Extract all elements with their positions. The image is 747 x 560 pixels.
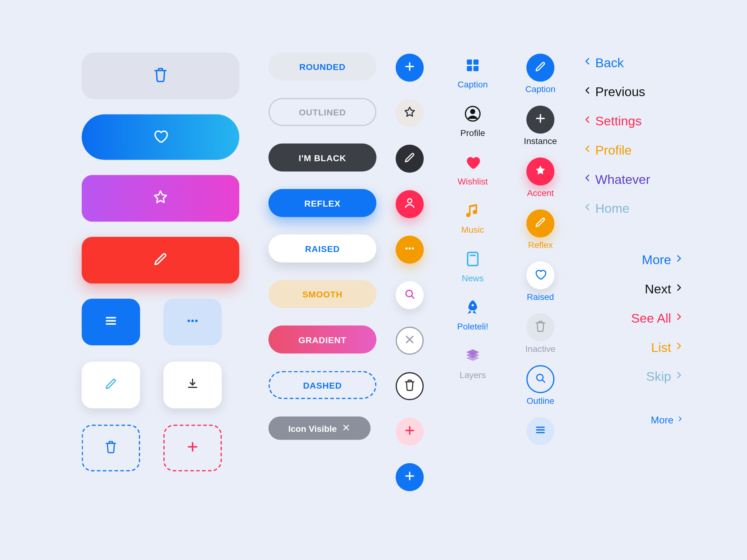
edit-circle-button[interactable] — [395, 145, 423, 173]
rocket-caption-button[interactable]: Poleteli! — [449, 296, 496, 331]
trash-circle-button[interactable] — [395, 372, 423, 400]
download-button[interactable] — [163, 362, 222, 408]
trash-icon — [403, 379, 416, 394]
trash-icon — [152, 66, 169, 85]
star-icon — [403, 105, 416, 121]
gradient-button[interactable]: GRADIENT — [268, 325, 377, 353]
hamburger-icon — [103, 313, 119, 331]
reflex-button[interactable]: REFLEX — [268, 189, 377, 217]
black-button[interactable]: I'M BLACK — [268, 143, 377, 171]
smooth-button[interactable]: SMOOTH — [268, 280, 377, 308]
nav-whatever[interactable]: Whatever — [584, 171, 683, 188]
link-label: Home — [595, 201, 630, 216]
search-circle-button[interactable] — [395, 281, 423, 309]
outline-circle[interactable]: Outline — [511, 365, 570, 405]
add-circle-button-2[interactable] — [395, 463, 423, 491]
raised-circle[interactable]: Raised — [511, 261, 570, 301]
pill-label: REFLEX — [304, 198, 341, 208]
caption-label: Profile — [460, 128, 485, 138]
profile-caption-button[interactable]: Profile — [449, 102, 496, 137]
link-label: Settings — [595, 114, 642, 129]
caption-label: Reflex — [528, 240, 553, 250]
link-label: Previous — [595, 85, 645, 100]
user-circle-button[interactable] — [395, 190, 423, 218]
instance-circle[interactable]: Instance — [511, 105, 570, 145]
link-label: Back — [595, 55, 624, 71]
nav-back[interactable]: Back — [584, 55, 683, 71]
more-circle-button[interactable] — [395, 236, 423, 264]
wishlist-caption-button[interactable]: Wishlist — [449, 151, 496, 186]
link-label: Whatever — [595, 172, 650, 187]
heart-icon — [534, 268, 547, 283]
menu-light-circle[interactable] — [511, 417, 570, 448]
news-caption-button[interactable]: News — [449, 247, 496, 283]
pencil-icon — [534, 60, 547, 75]
nav-more[interactable]: More — [584, 252, 683, 268]
nav-next[interactable]: Next — [584, 281, 683, 298]
edit-caption-circle[interactable]: Caption — [511, 54, 570, 94]
music-caption-button[interactable]: Music — [449, 199, 496, 234]
link-label: Skip — [646, 369, 671, 384]
nav-settings[interactable]: Settings — [584, 113, 683, 130]
chevron-right-icon — [675, 369, 683, 385]
rounded-button[interactable]: ROUNDED — [268, 53, 377, 81]
chip-button[interactable]: Icon Visible — [268, 417, 371, 440]
caption-label: Instance — [524, 136, 557, 146]
plus-icon — [185, 440, 200, 456]
link-label: See All — [631, 311, 671, 326]
nav-profile[interactable]: Profile — [584, 142, 683, 159]
pencil-icon — [104, 377, 118, 393]
more-button[interactable] — [163, 299, 222, 345]
caption-label: Layers — [460, 370, 486, 380]
dots-icon — [185, 313, 200, 331]
caption-label: Raised — [526, 292, 554, 302]
close-circle-button[interactable] — [395, 327, 423, 355]
pencil-icon — [403, 151, 416, 166]
star-button[interactable] — [82, 175, 239, 222]
raised-button[interactable]: RAISED — [268, 235, 377, 263]
user-icon — [403, 196, 416, 212]
search-icon — [534, 371, 547, 387]
nav-more-small[interactable]: More — [584, 414, 683, 426]
outlined-button[interactable]: OUTLINED — [268, 98, 377, 126]
chevron-right-icon — [675, 311, 683, 327]
caption-label: Wishlist — [458, 176, 488, 186]
add-circle-button[interactable] — [395, 54, 423, 82]
dashed-button[interactable]: DASHED — [268, 371, 377, 399]
nav-seeall[interactable]: See All — [584, 311, 683, 327]
edit-card-button[interactable] — [82, 362, 140, 408]
chevron-left-icon — [584, 201, 592, 217]
heart-button[interactable] — [82, 114, 239, 160]
pill-label: OUTLINED — [299, 107, 346, 117]
caption-label: Caption — [525, 84, 556, 94]
trash-icon — [104, 440, 118, 456]
inactive-circle[interactable]: Inactive — [511, 313, 570, 353]
nav-home[interactable]: Home — [584, 201, 683, 217]
chevron-right-icon — [675, 281, 683, 298]
grid-caption-button[interactable]: Caption — [449, 54, 496, 89]
accent-circle[interactable]: Accent — [511, 157, 570, 197]
trash-dashed-button[interactable] — [82, 425, 140, 471]
plus-icon — [403, 60, 416, 75]
link-label: More — [642, 252, 671, 268]
nav-list[interactable]: List — [584, 340, 683, 356]
nav-skip[interactable]: Skip — [584, 369, 683, 385]
caption-label: Caption — [458, 79, 488, 89]
pencil-icon — [534, 216, 547, 231]
layers-caption-button[interactable]: Layers — [449, 344, 496, 379]
chevron-left-icon — [584, 142, 592, 159]
nav-previous[interactable]: Previous — [584, 84, 683, 101]
trash-button[interactable] — [82, 53, 239, 99]
add-dashed-button[interactable] — [163, 425, 222, 471]
chevron-left-icon — [584, 113, 592, 130]
star-icon — [534, 164, 547, 179]
trash-icon — [534, 320, 547, 335]
edit-button[interactable] — [82, 237, 239, 284]
menu-button[interactable] — [82, 299, 140, 345]
pill-label: RAISED — [305, 244, 340, 254]
star-circle-button[interactable] — [395, 99, 423, 127]
add-pink-button[interactable] — [395, 418, 423, 446]
pill-label: GRADIENT — [299, 335, 346, 344]
reflex-circle[interactable]: Reflex — [511, 209, 570, 249]
chevron-right-icon — [677, 414, 683, 426]
